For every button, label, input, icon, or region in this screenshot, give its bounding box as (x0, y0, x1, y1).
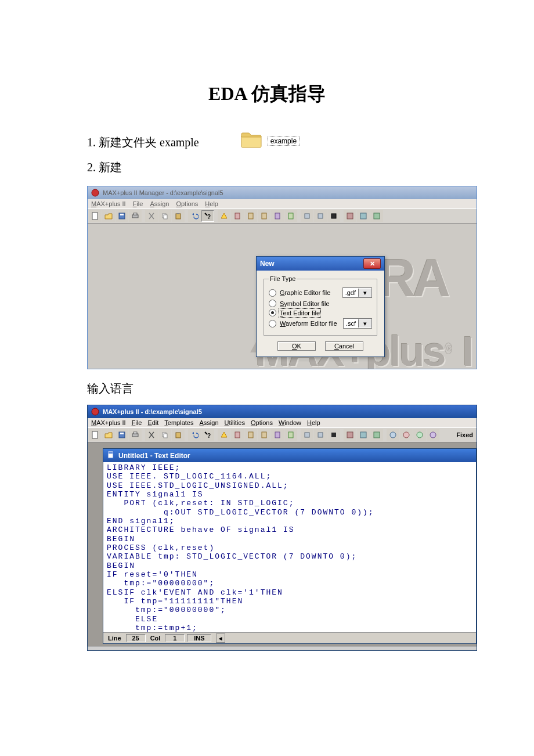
menu-window[interactable]: Window (279, 419, 301, 426)
menu-help[interactable]: Help (307, 419, 320, 426)
tool-icon-1[interactable] (244, 429, 257, 441)
radio-icon[interactable] (269, 320, 276, 327)
open-icon[interactable] (102, 429, 115, 441)
menu-file[interactable]: File (133, 200, 143, 207)
hier-icon-3[interactable] (370, 429, 383, 441)
warn-icon[interactable] (218, 429, 230, 441)
chip-icon-2[interactable] (314, 429, 327, 441)
compile-icon[interactable] (231, 210, 244, 222)
menu-maxplus[interactable]: MAX+plus II (91, 200, 126, 207)
svg-rect-19 (347, 213, 353, 219)
menu-utilities[interactable]: Utilities (225, 419, 245, 426)
undo-icon[interactable] (188, 429, 201, 441)
new-icon[interactable] (89, 429, 102, 441)
hier-icon-1[interactable] (344, 429, 356, 441)
save-icon[interactable] (116, 429, 128, 441)
mdi-area: Untitled1 - Text Editor LIBRARY IEEE; US… (88, 442, 477, 646)
opt-symbol[interactable]: Symbol Editor file (269, 300, 372, 307)
menu-options[interactable]: Options (176, 200, 198, 207)
close-icon[interactable]: ✕ (363, 258, 381, 269)
svg-rect-23 (92, 431, 98, 438)
extra-icon-2[interactable] (400, 429, 413, 441)
menu-assign[interactable]: Assign (150, 200, 169, 207)
ok-button[interactable]: OK (277, 341, 316, 351)
paste-icon[interactable] (172, 429, 185, 441)
manager-titlebar: MAX+plus II Manager - d:\example\signal5 (88, 186, 477, 199)
ext-combo-gdf[interactable]: .gdf▾ (342, 287, 372, 298)
paste-icon[interactable] (172, 210, 185, 222)
manager-client-area: R A MAX+plus® I New ✕ File Type Graphic … (88, 224, 477, 369)
copy-icon[interactable] (158, 429, 171, 441)
warn-icon[interactable] (218, 210, 230, 222)
compile-icon[interactable] (231, 429, 244, 441)
manager-window: MAX+plus II Manager - d:\example\signal5… (87, 186, 477, 369)
status-line-label: Line (106, 635, 124, 642)
menu-templates[interactable]: Templates (164, 419, 193, 426)
menu-assign[interactable]: Assign (199, 419, 218, 426)
radio-icon[interactable] (269, 289, 276, 297)
cut-icon[interactable] (145, 429, 158, 441)
save-icon[interactable] (116, 210, 128, 222)
extra-icon-4[interactable] (427, 429, 439, 441)
chevron-down-icon[interactable]: ▾ (358, 289, 371, 297)
tool-icon-4[interactable] (284, 210, 297, 222)
context-help-icon[interactable]: ? (201, 429, 214, 441)
chip-icon-3[interactable] (327, 210, 340, 222)
code-area[interactable]: LIBRARY IEEE; USE IEEE. STD_LOGIC_1164.A… (103, 462, 476, 632)
text-editor-titlebar: Untitled1 - Text Editor (103, 449, 476, 462)
svg-rect-17 (318, 214, 323, 218)
radio-icon[interactable] (269, 300, 276, 307)
context-help-icon[interactable]: ? (201, 210, 214, 222)
opt-text[interactable]: Text Editor file (269, 309, 372, 316)
chip-icon-2[interactable] (314, 210, 327, 222)
tool-icon-2[interactable] (258, 210, 270, 222)
hier-icon-2[interactable] (357, 210, 370, 222)
tool-icon-1[interactable] (244, 210, 257, 222)
hier-icon-2[interactable] (357, 429, 370, 441)
extra-icon-1[interactable] (387, 429, 399, 441)
cancel-button[interactable]: Cancel (325, 341, 363, 351)
svg-rect-34 (262, 432, 266, 438)
chevron-down-icon[interactable]: ▾ (358, 319, 371, 327)
undo-icon[interactable] (188, 210, 201, 222)
fixed-label: Fixed (454, 431, 475, 438)
extra-icon-3[interactable] (413, 429, 426, 441)
svg-point-0 (92, 189, 99, 196)
opt-waveform[interactable]: Waveform Editor file .scf▾ (269, 318, 372, 329)
svg-rect-3 (120, 214, 124, 215)
copy-icon[interactable] (158, 210, 171, 222)
svg-rect-4 (132, 215, 138, 218)
menu-file[interactable]: File (132, 419, 142, 426)
hier-icon-3[interactable] (370, 210, 383, 222)
tool-icon-4[interactable] (284, 429, 297, 441)
page-title: EDA 仿真指导 (87, 81, 447, 107)
radio-icon[interactable] (269, 309, 276, 316)
tool-icon-3[interactable] (271, 210, 284, 222)
tool-icon-3[interactable] (271, 429, 284, 441)
svg-rect-8 (176, 214, 181, 219)
svg-rect-7 (164, 215, 167, 219)
scroll-left-icon[interactable]: ◂ (216, 633, 225, 643)
hier-icon-1[interactable] (344, 210, 356, 222)
svg-rect-32 (235, 432, 240, 438)
ext-combo-scf[interactable]: .scf▾ (343, 318, 372, 329)
tool-icon-2[interactable] (258, 429, 270, 441)
opt-graphic[interactable]: Graphic Editor file .gdf▾ (269, 287, 372, 298)
new-dialog-title: New (260, 260, 275, 268)
chip-icon-1[interactable] (301, 429, 313, 441)
cut-icon[interactable] (145, 210, 158, 222)
chip-icon-1[interactable] (301, 210, 313, 222)
chip-icon-3[interactable] (327, 429, 340, 441)
new-icon[interactable] (89, 210, 102, 222)
menu-options[interactable]: Options (251, 419, 273, 426)
editor-toolbar: ? Fixed (88, 427, 477, 442)
print-icon[interactable] (129, 210, 142, 222)
svg-rect-15 (288, 213, 293, 219)
menu-edit[interactable]: Edit (147, 419, 158, 426)
step-1-row: 1. 新建文件夹 example example (87, 130, 447, 155)
menu-maxplus[interactable]: MAX+plus II (91, 419, 126, 426)
open-icon[interactable] (102, 210, 115, 222)
app-icon (91, 189, 99, 197)
print-icon[interactable] (129, 429, 142, 441)
menu-help[interactable]: Help (205, 200, 218, 207)
